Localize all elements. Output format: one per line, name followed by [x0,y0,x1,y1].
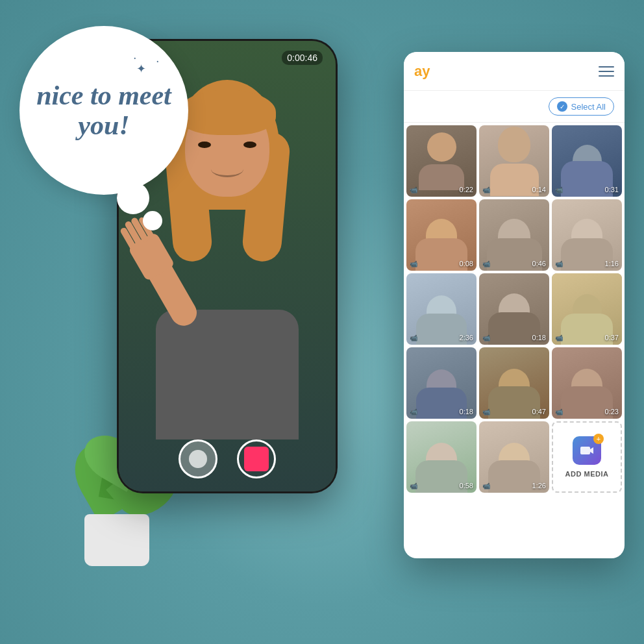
cell-duration-14: 1:26 [532,482,546,489]
sparkle-icon-3: · [134,52,137,66]
check-icon: ✓ [557,101,567,112]
phone-timer: 0:00:46 [282,51,323,65]
cell-duration-5: 0:46 [532,260,546,267]
video-cell-5[interactable]: 📹 0:46 [479,199,549,271]
sparkle-icon: ✦ [136,62,146,76]
hamburger-line-3 [599,75,614,77]
cell-duration-9: 0:37 [605,334,619,341]
camera-icon-9: 📹 [555,334,563,341]
video-play-icon [579,443,595,458]
video-cell-7[interactable]: 📹 2:36 [406,273,477,345]
hamburger-line-2 [599,71,614,72]
video-cell-2[interactable]: 📹 0:14 [479,125,549,197]
video-cell-13[interactable]: 📹 0:58 [406,421,477,493]
plus-icon: + [593,434,604,444]
app-logo: ay [414,63,430,80]
video-cell-9[interactable]: 📹 0:37 [552,273,622,345]
camera-icon-2: 📹 [482,186,490,193]
cell-duration-4: 0:08 [460,260,473,267]
cell-duration-11: 0:47 [532,408,546,415]
camera-icon-12: 📹 [555,408,563,415]
speech-text: nice to meet you! [19,68,188,153]
cell-duration-2: 0:14 [532,186,546,193]
add-media-label: ADD MEDIA [565,470,609,478]
camera-icon-7: 📹 [410,334,417,341]
video-cell-partial[interactable]: 📹 0:22 [406,125,477,197]
camera-icon-10: 📹 [410,408,417,415]
add-media-cell[interactable]: + ADD MEDIA [552,421,622,493]
plant-pot [84,514,149,566]
video-cell-8[interactable]: 📹 0:18 [479,273,549,345]
circle-control-button[interactable] [179,440,217,478]
camera-icon: 📹 [410,186,417,193]
cell-duration-7: 2:36 [460,334,473,341]
video-cell-14[interactable]: 📹 1:26 [479,421,549,493]
cell-duration-6: 1:16 [605,260,619,267]
speech-bubble: ✦ · · nice to meet you! [19,26,188,195]
camera-icon-13: 📹 [410,482,417,489]
cell-duration-12: 0:23 [605,408,619,415]
camera-icon-8: 📹 [482,334,490,341]
select-all-button[interactable]: ✓ Select All [549,97,614,116]
camera-icon-4: 📹 [410,260,417,267]
select-all-label: Select All [571,102,606,112]
video-cell-3[interactable]: 📹 0:31 [552,125,622,197]
add-media-icon: + [573,436,601,465]
record-stop-button[interactable] [237,440,276,478]
main-scene: ✦ · · nice to meet you! 0:00:46 [0,0,644,644]
select-all-row: ✓ Select All [404,91,625,123]
camera-icon-11: 📹 [482,408,490,415]
cell-duration-13: 0:58 [460,482,473,489]
video-grid: 📹 0:22 📹 0:14 📹 0:31 [404,123,625,495]
phone-controls [119,440,336,478]
camera-icon-5: 📹 [482,260,490,267]
camera-icon-6: 📹 [555,260,563,267]
svg-rect-0 [580,447,590,454]
camera-icon-14: 📹 [482,482,490,489]
video-cell-12[interactable]: 📹 0:23 [552,347,622,419]
cell-duration-8: 0:18 [532,334,546,341]
cell-duration-1: 0:22 [460,186,473,193]
video-cell-6[interactable]: 📹 1:16 [552,199,622,271]
cell-duration-3: 0:31 [605,186,619,193]
video-cell-4[interactable]: 📹 0:08 [406,199,477,271]
video-cell-10[interactable]: 📹 0:18 [406,347,477,419]
hamburger-line-1 [599,66,614,68]
tablet-mockup: ay ✓ Select All 📹 0:22 [404,52,625,558]
hamburger-menu-button[interactable] [599,66,614,77]
cell-duration-10: 0:18 [460,408,473,415]
sparkle-icon-2: · [156,55,160,69]
camera-icon-3: 📹 [555,186,563,193]
tablet-header: ay [404,52,625,91]
video-cell-11[interactable]: 📹 0:47 [479,347,549,419]
